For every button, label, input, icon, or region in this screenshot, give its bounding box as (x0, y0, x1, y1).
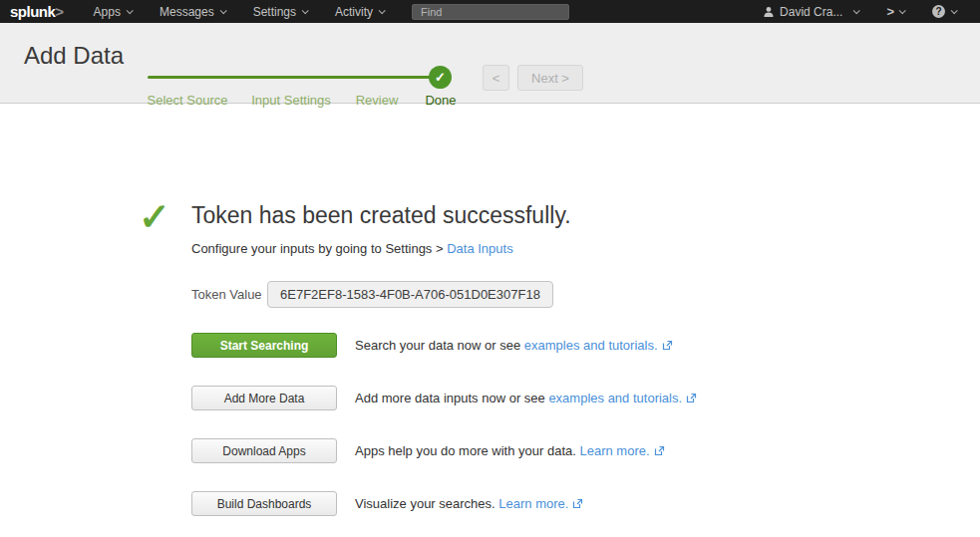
page-title: Add Data (24, 42, 124, 70)
action-row-build-dashboards: Build Dashboards Visualize your searches… (191, 491, 583, 516)
download-apps-button[interactable]: Download Apps (191, 438, 337, 463)
menu-activity-label: Activity (335, 5, 373, 19)
examples-tutorials-link[interactable]: examples and tutorials. (524, 338, 658, 353)
user-name-label: David Cra... (780, 5, 842, 19)
splunk-logo[interactable]: splunk> (10, 3, 64, 20)
step-input-settings: Input Settings (251, 93, 331, 108)
help-menu[interactable]: ? (918, 0, 970, 23)
menu-settings[interactable]: Settings (239, 0, 321, 23)
build-dashboards-button[interactable]: Build Dashboards (191, 491, 337, 516)
menu-apps-label: Apps (94, 5, 121, 19)
back-button[interactable]: < (483, 65, 509, 91)
start-searching-button[interactable]: Start Searching (191, 333, 337, 358)
step-done: Done (425, 93, 456, 108)
action-row-add-more-data: Add More Data Add more data inputs now o… (191, 386, 697, 410)
examples-tutorials-link[interactable]: examples and tutorials. (548, 391, 682, 405)
success-check-icon: ✓ (139, 195, 170, 239)
share-menu[interactable]: > (872, 0, 918, 23)
user-icon (763, 6, 775, 18)
external-link-icon (654, 445, 665, 456)
find-search-input[interactable] (412, 4, 569, 20)
token-value-field[interactable]: 6E7F2EF8-1583-4F0B-A706-051D0E307F18 (267, 281, 553, 308)
add-more-data-description: Add more data inputs now or see examples… (355, 391, 697, 405)
chevron-down-icon (302, 7, 309, 14)
menu-activity[interactable]: Activity (321, 0, 398, 23)
token-row: Token Value 6E7F2EF8-1583-4F0B-A706-051D… (191, 281, 553, 308)
wizard-header: Add Data ✓ Select Source Input Settings … (0, 23, 980, 104)
configure-subtext-prefix: Configure your inputs by going to Settin… (191, 241, 447, 256)
external-link-icon (572, 498, 583, 509)
done-check-icon: ✓ (429, 66, 452, 89)
user-menu[interactable]: David Cra... (749, 0, 872, 23)
learn-more-link[interactable]: Learn more. (579, 443, 649, 458)
add-more-data-button[interactable]: Add More Data (191, 386, 337, 410)
start-searching-description: Search your data now or see examples and… (355, 338, 673, 353)
step-review: Review (356, 93, 399, 108)
data-inputs-link[interactable]: Data Inputs (447, 241, 513, 256)
action-row-start-searching: Start Searching Search your data now or … (191, 333, 673, 358)
help-icon: ? (932, 5, 945, 18)
next-button[interactable]: Next > (517, 65, 583, 91)
description-text: Visualize your searches. (355, 496, 498, 511)
description-text: Add more data inputs now or see (355, 391, 548, 405)
menu-apps[interactable]: Apps (80, 0, 146, 23)
step-select-source: Select Source (148, 93, 228, 108)
progress-line (148, 76, 432, 79)
learn-more-link[interactable]: Learn more. (498, 496, 568, 511)
configure-subtext: Configure your inputs by going to Settin… (191, 241, 513, 256)
token-value-label: Token Value (191, 287, 267, 302)
external-link-icon (686, 393, 697, 403)
splunk-logo-caret: > (55, 3, 63, 20)
download-apps-description: Apps help you do more with your data. Le… (355, 443, 665, 458)
description-text: Search your data now or see (355, 338, 524, 353)
chevron-down-icon (379, 7, 386, 14)
navbar-right-group: David Cra... > ? (749, 0, 970, 23)
share-export-icon: > (886, 4, 893, 19)
build-dashboards-description: Visualize your searches. Learn more. (355, 496, 583, 511)
splunk-logo-text: splunk (10, 3, 55, 20)
description-text: Apps help you do more with your data. (355, 443, 579, 458)
chevron-down-icon (951, 7, 958, 14)
success-heading: Token has been created successfully. (191, 202, 571, 229)
chevron-down-icon (219, 7, 226, 14)
top-navbar: splunk> Apps Messages Settings Activity … (0, 0, 980, 23)
external-link-icon (662, 340, 673, 351)
chevron-down-icon (853, 7, 860, 14)
chevron-down-icon (899, 7, 906, 14)
menu-settings-label: Settings (253, 5, 296, 19)
menu-messages-label: Messages (160, 5, 214, 19)
chevron-down-icon (127, 7, 134, 14)
action-row-download-apps: Download Apps Apps help you do more with… (191, 438, 665, 463)
menu-messages[interactable]: Messages (146, 0, 239, 23)
